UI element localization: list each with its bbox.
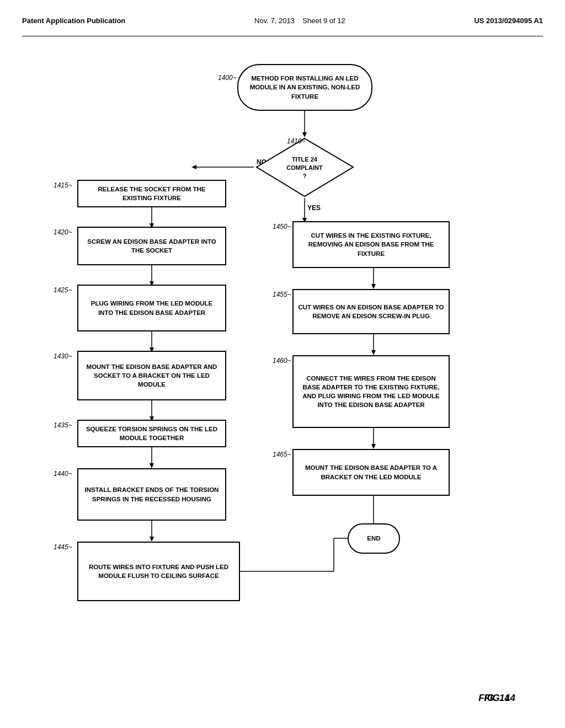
svg-text:?: ? xyxy=(303,173,307,179)
label-1450: 1450~ xyxy=(273,223,291,231)
node-1410-container: TITLE 24 COMPLAINT ? xyxy=(254,136,356,199)
svg-text:COMPLAINT: COMPLAINT xyxy=(286,164,323,171)
label-1435: 1435~ xyxy=(54,421,72,429)
node-1415: RELEASE THE SOCKET FROM THE EXISTING FIX… xyxy=(77,180,226,207)
header-date: Nov. 7, 2013 xyxy=(254,17,295,25)
node-1420: SCREW AN EDISON BASE ADAPTER INTO THE SO… xyxy=(77,227,226,265)
svg-marker-25 xyxy=(371,444,376,449)
svg-text:YES: YES xyxy=(307,204,321,212)
page: Patent Application Publication Nov. 7, 2… xyxy=(0,0,565,728)
label-1465: 1465~ xyxy=(273,451,291,458)
node-1425: PLUG WIRING FROM THE LED MODULE INTO THE… xyxy=(77,285,226,331)
svg-text:TITLE 24: TITLE 24 xyxy=(292,156,318,163)
flowchart-diagram: NO YES xyxy=(22,53,543,687)
figure-caption: FIG. 14 xyxy=(484,693,515,704)
svg-marker-3 xyxy=(191,165,196,169)
node-1430: MOUNT THE EDISON BASE ADAPTER AND SOCKET… xyxy=(77,351,226,400)
node-1445: ROUTE WIRES INTO FIXTURE AND PUSH LED MO… xyxy=(77,542,240,601)
svg-marker-17 xyxy=(150,463,154,468)
diamond-svg: TITLE 24 COMPLAINT ? xyxy=(254,136,356,199)
svg-marker-21 xyxy=(371,284,376,289)
svg-marker-19 xyxy=(150,537,154,542)
page-header: Patent Application Publication Nov. 7, 2… xyxy=(22,11,543,36)
label-1425: 1425~ xyxy=(54,286,72,294)
label-1440: 1440~ xyxy=(54,470,72,478)
header-date-sheet: Nov. 7, 2013 Sheet 9 of 12 xyxy=(254,17,345,25)
svg-marker-23 xyxy=(371,350,376,355)
node-1400: METHOD FOR INSTALLING AN LED MODULE IN A… xyxy=(237,64,372,111)
label-1400: 1400~ xyxy=(218,74,237,82)
node-end: END xyxy=(348,523,400,554)
header-patent-number: US 2013/0294095 A1 xyxy=(474,17,543,25)
figure-label: FIG. 14 xyxy=(22,693,510,704)
node-1460: CONNECT THE WIRES FROM THE EDISON BASE A… xyxy=(292,355,450,428)
node-1440: INSTALL BRACKET ENDS OF THE TORSION SPRI… xyxy=(77,468,226,521)
label-1430: 1430~ xyxy=(54,352,72,360)
label-1420: 1420~ xyxy=(54,228,72,236)
node-1435: SQUEEZE TORSION SPRINGS ON THE LED MODUL… xyxy=(77,420,226,447)
node-1465: MOUNT THE EDISON BASE ADAPTER TO A BRACK… xyxy=(292,449,450,496)
label-1415: 1415~ xyxy=(54,181,72,189)
label-1460: 1460~ xyxy=(273,357,291,365)
header-sheet: Sheet 9 of 12 xyxy=(302,17,345,25)
label-1445: 1445~ xyxy=(54,543,72,551)
node-1450: CUT WIRES IN THE EXISTING FIXTURE, REMOV… xyxy=(292,221,450,268)
header-publication-type: Patent Application Publication xyxy=(22,17,125,25)
node-1455: CUT WIRES ON AN EDISON BASE ADAPTER TO R… xyxy=(292,289,450,334)
label-1410: 1410~ xyxy=(287,137,306,145)
label-1455: 1455~ xyxy=(273,291,291,298)
